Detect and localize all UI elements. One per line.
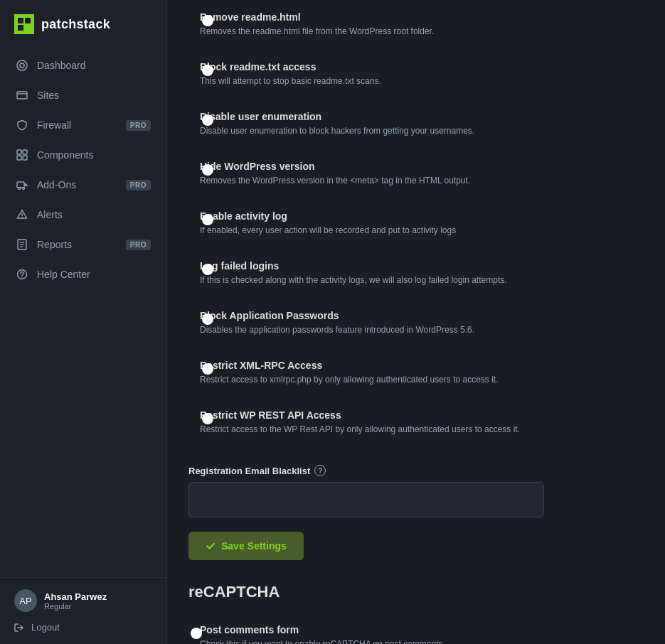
setting-text: Disable user enumeration Disable user en… <box>200 111 644 137</box>
checkmark-icon <box>206 541 216 551</box>
setting-text: Restrict WP REST API Access Restrict acc… <box>200 409 644 436</box>
save-button-label: Save Settings <box>221 540 287 552</box>
setting-title: Restrict WP REST API Access <box>200 409 644 421</box>
sites-icon <box>16 89 28 102</box>
sidebar-item-components[interactable]: Components <box>7 141 159 169</box>
setting-text: Hide WordPress version Removes the WordP… <box>200 161 644 187</box>
components-icon <box>16 149 28 161</box>
recaptcha-title: reCAPTCHA <box>188 583 644 601</box>
reports-icon <box>16 238 28 251</box>
sidebar-item-label: Help Center <box>37 269 90 280</box>
setting-desc: Disable user enumeration to block hacker… <box>200 124 644 137</box>
setting-row-block-readme-txt: Block readme.txt access This will attemp… <box>188 50 644 100</box>
svg-rect-1 <box>25 18 31 23</box>
sidebar-item-helpcenter[interactable]: Help Center <box>7 260 159 289</box>
firewall-pro-badge: PRO <box>126 120 151 131</box>
user-role: Regular <box>44 602 107 611</box>
setting-title: Restrict XML-RPC Access <box>200 360 644 371</box>
sidebar-item-sites[interactable]: Sites <box>7 81 159 109</box>
setting-title: Block Application Passwords <box>200 310 644 321</box>
setting-desc: If this is checked along with the activi… <box>200 274 644 286</box>
setting-text: Log failed logins If this is checked alo… <box>200 260 644 286</box>
svg-rect-3 <box>25 25 31 31</box>
setting-text: Block readme.txt access This will attemp… <box>200 61 644 87</box>
user-name: Ahsan Parwez <box>44 591 107 602</box>
user-details: Ahsan Parwez Regular <box>44 591 107 611</box>
sidebar: patchstack Dashboard Sites <box>0 0 167 644</box>
svg-point-22 <box>21 277 23 278</box>
svg-point-16 <box>21 217 23 218</box>
setting-desc: If enabled, every user action will be re… <box>200 224 644 237</box>
logout-button[interactable]: Logout <box>14 622 152 633</box>
svg-point-5 <box>20 63 24 68</box>
setting-title: Enable activity log <box>200 210 644 222</box>
recaptcha-section: reCAPTCHA Post comments form Check this … <box>188 583 644 644</box>
sidebar-item-label: Add-Ons <box>37 179 76 190</box>
dashboard-icon <box>16 59 28 72</box>
sidebar-item-reports[interactable]: Reports PRO <box>7 230 159 259</box>
setting-text: Enable activity log If enabled, every us… <box>200 210 644 237</box>
svg-rect-12 <box>17 182 24 188</box>
sidebar-item-firewall[interactable]: Firewall PRO <box>7 111 159 139</box>
firewall-icon <box>16 119 28 132</box>
setting-text: Block Application Passwords Disables the… <box>200 310 644 336</box>
setting-row-post-comments: Post comments form Check this if you wan… <box>188 613 644 644</box>
avatar: AP <box>14 589 37 612</box>
sidebar-item-label: Sites <box>37 90 59 101</box>
helpcenter-icon <box>16 268 28 281</box>
svg-rect-6 <box>17 92 27 99</box>
setting-text: Restrict XML-RPC Access Restrict access … <box>200 360 644 386</box>
svg-point-13 <box>18 188 21 190</box>
addons-pro-badge: PRO <box>126 180 151 190</box>
setting-title: Hide WordPress version <box>200 161 644 172</box>
main-content: Remove readme.html Removes the readme.ht… <box>167 0 665 644</box>
sidebar-item-alerts[interactable]: Alerts <box>7 200 159 229</box>
email-blacklist-input[interactable] <box>188 482 544 517</box>
setting-desc: Removes the readme.html file from the Wo… <box>200 25 644 38</box>
setting-row-log-failed-logins: Log failed logins If this is checked alo… <box>188 249 644 299</box>
settings-list: Remove readme.html Removes the readme.ht… <box>188 0 644 448</box>
sidebar-item-label: Firewall <box>37 119 71 131</box>
sidebar-item-dashboard[interactable]: Dashboard <box>7 51 159 80</box>
sidebar-item-label: Components <box>37 149 93 161</box>
setting-row-remove-readme: Remove readme.html Removes the readme.ht… <box>188 0 644 50</box>
setting-title: Log failed logins <box>200 260 644 272</box>
logo-text: patchstack <box>41 17 110 32</box>
setting-text: Post comments form Check this if you wan… <box>200 624 644 644</box>
setting-text: Remove readme.html Removes the readme.ht… <box>200 11 644 38</box>
svg-rect-10 <box>17 156 21 160</box>
svg-point-14 <box>23 188 25 190</box>
setting-row-disable-user-enum: Disable user enumeration Disable user en… <box>188 100 644 149</box>
setting-title: Remove readme.html <box>200 11 644 23</box>
email-blacklist-label: Registration Email Blacklist ? <box>188 465 644 476</box>
help-icon[interactable]: ? <box>314 465 326 476</box>
setting-title: Disable user enumeration <box>200 111 644 122</box>
svg-rect-2 <box>18 25 23 31</box>
sidebar-item-label: Reports <box>37 239 72 250</box>
logout-icon <box>14 623 24 633</box>
setting-row-block-app-passwords: Block Application Passwords Disables the… <box>188 299 644 348</box>
setting-desc: Removes the WordPress version in the <me… <box>200 174 644 187</box>
setting-desc: Restrict access to xmlrpc.php by only al… <box>200 373 644 386</box>
svg-rect-0 <box>18 18 23 23</box>
logo: patchstack <box>0 0 166 51</box>
reports-pro-badge: PRO <box>126 240 151 250</box>
save-settings-button[interactable]: Save Settings <box>188 532 304 560</box>
sidebar-item-addons[interactable]: Add-Ons PRO <box>7 171 159 199</box>
setting-row-enable-activity-log: Enable activity log If enabled, every us… <box>188 199 644 249</box>
setting-title: Post comments form <box>200 624 644 635</box>
user-info: AP Ahsan Parwez Regular <box>14 589 152 612</box>
setting-desc: Check this if you want to enable reCAPTC… <box>200 638 644 644</box>
svg-rect-8 <box>17 150 21 154</box>
nav-items: Dashboard Sites Firewall PRO <box>0 51 166 577</box>
alerts-icon <box>16 208 28 221</box>
setting-desc: Disables the application passwords featu… <box>200 323 644 336</box>
setting-row-restrict-rest-api: Restrict WP REST API Access Restrict acc… <box>188 398 644 448</box>
setting-title: Block readme.txt access <box>200 61 644 73</box>
setting-desc: Restrict access to the WP Rest API by on… <box>200 423 644 436</box>
setting-row-hide-wp-version: Hide WordPress version Removes the WordP… <box>188 149 644 199</box>
svg-rect-9 <box>23 150 27 154</box>
addons-icon <box>16 178 28 191</box>
sidebar-item-label: Alerts <box>37 209 63 220</box>
svg-rect-11 <box>23 156 27 160</box>
